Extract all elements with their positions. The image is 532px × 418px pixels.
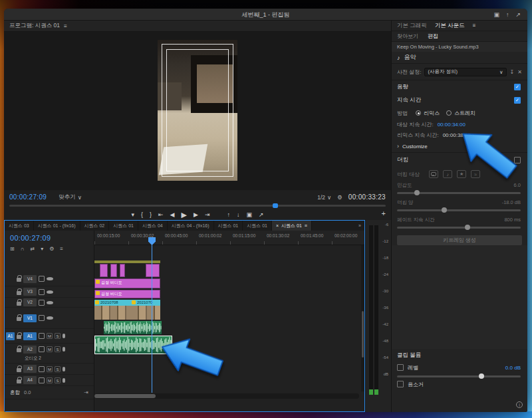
level-value[interactable]: 0.0 dB: [505, 365, 521, 371]
button-editor-plus-icon[interactable]: +: [382, 209, 386, 217]
lock-icon[interactable]: [17, 379, 21, 383]
sync-lock-icon[interactable]: [39, 276, 45, 282]
tab-essential-sound[interactable]: 기본 사운드: [435, 22, 465, 30]
lock-icon[interactable]: [17, 317, 21, 321]
track-visibility-eye-icon[interactable]: [47, 290, 53, 294]
sequence-tab[interactable]: 시퀀스 02: [80, 221, 110, 231]
lock-icon[interactable]: [17, 335, 21, 339]
audio-clip-a1[interactable]: [104, 321, 162, 334]
loudness-section-label[interactable]: 음량: [397, 83, 408, 91]
step-forward-icon[interactable]: ▶: [194, 211, 198, 218]
graphic-clip[interactable]: [120, 264, 125, 277]
video-clip-20210708[interactable]: 20210708: [94, 300, 131, 320]
subtab-browse[interactable]: 찾아보기: [397, 33, 418, 40]
delete-preset-icon[interactable]: ✕: [517, 69, 522, 75]
solo-track-button[interactable]: S: [55, 346, 61, 352]
go-to-in-icon[interactable]: ⇤: [158, 211, 164, 218]
loudness-checkbox[interactable]: ✓: [514, 84, 521, 90]
duck-ambience-icon[interactable]: ≈: [471, 170, 480, 178]
black-video-clip-v3[interactable]: 검정 비디오: [94, 278, 160, 288]
settings-wrench-icon[interactable]: ⚙: [337, 194, 342, 201]
fade-duration-slider[interactable]: [397, 227, 521, 229]
linked-selection-icon[interactable]: ⇄: [30, 246, 35, 252]
mute-track-button[interactable]: M: [47, 377, 53, 383]
sensitivity-slider[interactable]: [397, 192, 521, 194]
solo-track-button[interactable]: S: [55, 366, 61, 372]
sync-lock-icon[interactable]: [39, 346, 45, 352]
insert-nest-icon[interactable]: ⊞: [10, 246, 15, 252]
sync-lock-icon[interactable]: [39, 315, 45, 321]
export-frame-icon[interactable]: ▣: [246, 211, 252, 218]
sync-lock-icon[interactable]: [39, 289, 45, 295]
program-panel-title[interactable]: 프로그램: 시퀀스 01: [9, 22, 60, 30]
video-clip-2021070[interactable]: 2021070: [131, 300, 160, 320]
snap-icon[interactable]: ∩: [21, 246, 25, 252]
remix-radio[interactable]: [416, 110, 421, 116]
subtab-edit[interactable]: 편집: [428, 33, 438, 40]
level-label[interactable]: 레벨: [408, 364, 418, 371]
lock-icon[interactable]: [17, 368, 21, 372]
ducking-section-label[interactable]: 더킹: [397, 156, 408, 164]
sequence-tab[interactable]: 시퀀스 04: [138, 221, 168, 231]
program-scrubber[interactable]: [9, 205, 386, 207]
track-visibility-eye-icon[interactable]: [47, 277, 53, 280]
track-badge-a3[interactable]: A3: [23, 365, 37, 373]
sequence-tab[interactable]: 시퀀스 01: [214, 221, 243, 231]
target-duration-value[interactable]: 00:00:34:00: [438, 122, 466, 128]
mute-label[interactable]: 음소거: [408, 381, 424, 388]
track-badge-v3[interactable]: V3: [23, 288, 37, 296]
lock-icon[interactable]: [17, 348, 21, 352]
voiceover-mic-icon[interactable]: [63, 367, 65, 371]
timeline-settings-wrench-icon[interactable]: ⚙: [49, 246, 54, 252]
tab-essential-graphics[interactable]: 기본 그래픽: [397, 22, 427, 30]
extract-icon[interactable]: ↓: [237, 211, 240, 218]
resolution-dropdown[interactable]: 1/2∨: [317, 194, 331, 201]
solo-track-button[interactable]: S: [55, 333, 61, 339]
go-to-out-icon[interactable]: ⇥: [205, 211, 210, 218]
mark-out-icon[interactable]: }: [150, 211, 152, 218]
sync-lock-icon[interactable]: [39, 300, 45, 306]
track-badge-a4[interactable]: A4: [23, 376, 37, 384]
track-badge-v4[interactable]: V4: [23, 275, 37, 283]
level-slider[interactable]: [397, 375, 521, 377]
horizontal-scrollbar[interactable]: [94, 393, 359, 399]
level-checkbox[interactable]: [397, 364, 404, 371]
generate-keyframes-button[interactable]: 키프레임 생성: [397, 235, 522, 245]
graphic-clip[interactable]: [110, 264, 117, 277]
stretch-radio[interactable]: [446, 110, 452, 116]
voiceover-mic-icon[interactable]: [63, 347, 65, 352]
fit-dropdown[interactable]: 맞추기∨: [59, 193, 82, 201]
voiceover-mic-icon[interactable]: [63, 378, 65, 383]
timeline-clips-area[interactable]: 00:00:15:0000:00:30:0200:00:45:0000:01:0…: [94, 231, 364, 411]
sync-lock-icon[interactable]: [39, 333, 45, 339]
track-badge-v2[interactable]: V2: [23, 298, 37, 306]
expand-caret-icon[interactable]: ›: [397, 143, 399, 150]
duck-sfx-icon[interactable]: ★: [457, 170, 466, 178]
track-badge-a2[interactable]: A2: [23, 346, 37, 354]
lift-icon[interactable]: ↑: [227, 211, 230, 218]
panel-menu-icon[interactable]: ≡: [473, 23, 476, 29]
timeline-timecode[interactable]: 00:00:27:09: [10, 234, 51, 242]
track-badge-v1[interactable]: V1: [23, 314, 37, 322]
scrubber-playhead[interactable]: [273, 203, 278, 208]
sequence-tab[interactable]: 시퀀스 03: [5, 221, 34, 231]
quick-export-icon[interactable]: ↑: [506, 11, 509, 18]
duck-amount-slider[interactable]: [397, 209, 521, 211]
source-patch-a1[interactable]: A1: [6, 332, 15, 340]
fullscreen-icon[interactable]: ↗: [515, 11, 521, 18]
customize-label[interactable]: Customize: [402, 144, 428, 150]
sequence-tab[interactable]: 시퀀스 01: [109, 221, 138, 231]
play-button-icon[interactable]: ▶: [182, 211, 187, 219]
sync-lock-icon[interactable]: [39, 366, 45, 372]
mix-track-label[interactable]: 혼합: [10, 389, 20, 396]
track-visibility-eye-icon[interactable]: [47, 301, 53, 304]
graphic-clip[interactable]: [146, 264, 160, 277]
sequence-tab-active[interactable]: × 시퀀스 01 ≡: [272, 221, 312, 231]
mix-track-value[interactable]: 0.0: [24, 389, 31, 395]
graphic-clip[interactable]: [100, 264, 108, 277]
duck-dialog-icon[interactable]: [429, 170, 438, 178]
program-current-timecode[interactable]: 00:00:27:09: [9, 193, 47, 201]
lock-icon[interactable]: [17, 291, 21, 295]
add-marker-icon[interactable]: ▾: [131, 211, 134, 218]
vertical-scrollbar[interactable]: [361, 245, 364, 391]
